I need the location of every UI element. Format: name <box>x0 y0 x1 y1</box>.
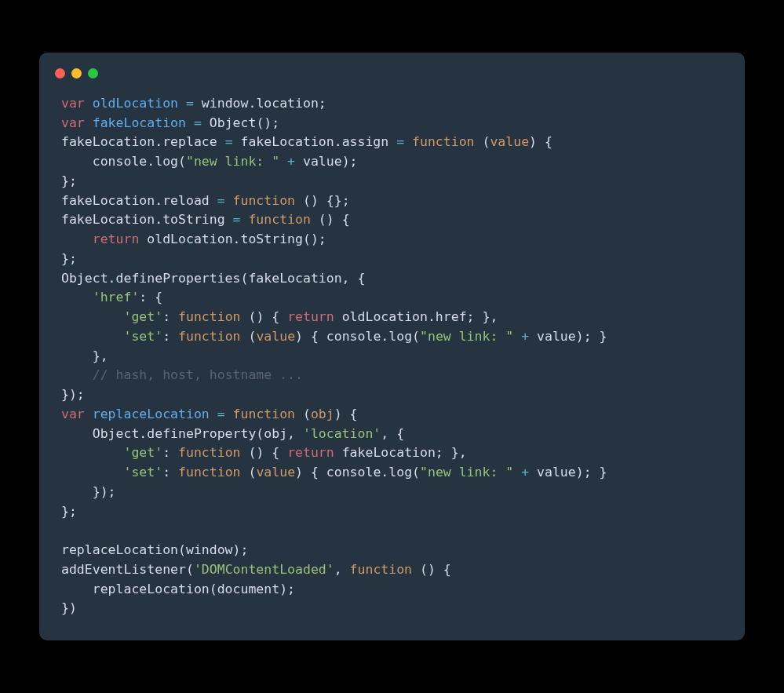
code-line: Object.defineProperty(obj, 'location', { <box>61 425 723 444</box>
code-token-pun: oldLocation.toString(); <box>139 232 326 246</box>
code-token-pun <box>513 465 521 480</box>
code-token-pun <box>279 154 287 169</box>
code-token-pun <box>404 134 412 149</box>
code-token-pun <box>225 407 233 421</box>
code-line: var oldLocation = window.location; <box>61 94 723 114</box>
code-token-op: = <box>186 96 194 111</box>
code-token-kw: return <box>93 232 140 246</box>
code-token-pun: ) { console.log( <box>295 465 420 480</box>
code-token-pun: }, <box>61 348 108 363</box>
code-token-op: = <box>233 212 241 227</box>
code-token-pun: () { <box>241 445 288 460</box>
code-token-op: = <box>194 115 202 130</box>
code-token-pun: () { <box>241 309 288 324</box>
code-token-kw: var <box>61 115 85 130</box>
minimize-icon[interactable] <box>71 68 82 78</box>
code-token-op: = <box>217 193 225 208</box>
code-token-fn: function <box>178 445 240 460</box>
code-token-pun: Object.defineProperty(obj, <box>61 426 303 441</box>
code-token-fn: function <box>248 212 310 227</box>
code-token-fn: function <box>178 465 240 480</box>
code-line: 'get': function () { return oldLocation.… <box>61 308 723 327</box>
code-token-pun: ( <box>241 465 257 480</box>
code-token-fn: function <box>350 562 412 577</box>
code-line: Object.defineProperties(fakeLocation, { <box>61 269 723 289</box>
code-token-pun: }; <box>61 504 77 519</box>
editor-window: var oldLocation = window.location;var fa… <box>39 53 745 640</box>
code-token-pun <box>85 96 93 111</box>
code-line: var fakeLocation = Object(); <box>61 114 723 133</box>
code-token-kw: return <box>287 309 334 324</box>
code-token-pun: }; <box>61 251 77 266</box>
code-token-op: = <box>225 134 233 149</box>
code-token-pun <box>61 465 123 480</box>
code-token-pun: : { <box>139 290 162 305</box>
code-line: 'href': { <box>61 288 723 308</box>
code-token-pun: () { <box>311 212 350 227</box>
code-line: }, <box>61 347 723 367</box>
code-token-pun <box>61 445 123 460</box>
code-token-kw: var <box>61 96 85 111</box>
code-token-str: "new link: " <box>186 154 279 169</box>
code-token-pun: ( <box>295 407 311 421</box>
code-token-fn: function <box>412 134 474 149</box>
code-line: 'get': function () { return fakeLocation… <box>61 443 723 463</box>
code-token-pun: , <box>334 562 350 577</box>
code-token-pun <box>61 232 93 246</box>
code-token-pun: fakeLocation.assign <box>233 134 397 149</box>
code-token-fn: function <box>178 329 240 344</box>
maximize-icon[interactable] <box>88 68 98 78</box>
code-line: var replaceLocation = function (obj) { <box>61 405 723 425</box>
code-token-pun: : <box>162 465 178 480</box>
code-token-op: = <box>396 134 404 149</box>
code-token-prm: value <box>490 134 529 149</box>
code-token-pun <box>186 115 194 130</box>
code-token-prm: value <box>256 329 295 344</box>
code-line: addEventListener('DOMContentLoaded', fun… <box>61 560 723 580</box>
code-line: }; <box>61 250 723 269</box>
code-token-prm: obj <box>311 407 334 421</box>
code-line: return oldLocation.toString(); <box>61 230 723 250</box>
code-token-pun <box>61 367 93 382</box>
code-line: replaceLocation(window); <box>61 541 723 560</box>
window-titlebar <box>39 68 745 94</box>
code-token-pun: fakeLocation.reload <box>61 193 217 208</box>
code-token-str: 'set' <box>123 329 162 344</box>
code-token-pun <box>61 290 93 305</box>
code-token-pun: }); <box>61 387 85 402</box>
code-token-pun: value); <box>295 154 357 169</box>
code-token-kw: var <box>61 407 85 421</box>
code-block: var oldLocation = window.location;var fa… <box>39 94 745 618</box>
code-line: }; <box>61 502 723 522</box>
code-token-prm: value <box>256 465 295 480</box>
close-icon[interactable] <box>55 68 65 78</box>
code-token-pun: , { <box>381 426 404 441</box>
code-token-decl: oldLocation <box>93 96 178 111</box>
code-token-pun: ) { <box>529 134 552 149</box>
code-token-str: 'href' <box>93 290 140 305</box>
code-token-str: 'set' <box>123 465 162 480</box>
code-line: fakeLocation.reload = function () {}; <box>61 191 723 211</box>
code-token-str: "new link: " <box>420 329 513 344</box>
code-token-pun <box>225 193 233 208</box>
code-token-pun: () { <box>412 562 451 577</box>
code-token-pun <box>210 407 217 421</box>
code-token-pun: : <box>162 445 178 460</box>
code-token-pun <box>513 329 521 344</box>
code-token-pun: Object.defineProperties(fakeLocation, { <box>61 271 365 286</box>
code-line: fakeLocation.toString = function () { <box>61 210 723 230</box>
code-token-pun: }) <box>61 600 77 615</box>
code-token-pun: : <box>162 329 178 344</box>
code-token-pun: addEventListener( <box>61 562 194 577</box>
code-line: }; <box>61 172 723 191</box>
code-line: console.log("new link: " + value); <box>61 152 723 172</box>
code-token-pun <box>240 212 248 227</box>
code-token-pun: replaceLocation(document); <box>61 582 295 596</box>
code-token-pun: value); } <box>529 329 607 344</box>
code-token-pun: fakeLocation.replace <box>61 134 225 149</box>
code-token-pun: console.log( <box>61 154 186 169</box>
code-token-pun: oldLocation.href; }, <box>334 309 498 324</box>
code-token-str: 'get' <box>123 445 162 460</box>
code-token-op: + <box>521 329 529 344</box>
code-line: }) <box>61 599 723 618</box>
